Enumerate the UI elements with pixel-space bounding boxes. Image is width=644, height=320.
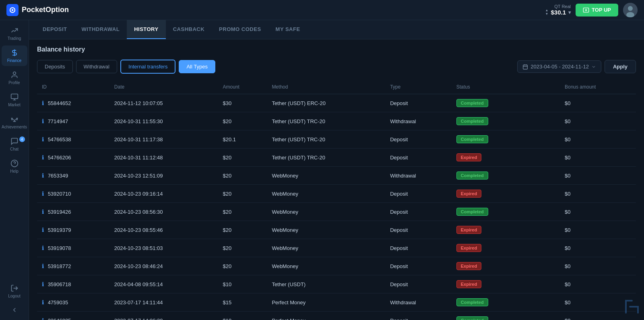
- sidebar-item-label: Help: [10, 169, 19, 173]
- row-bonus: $0: [560, 239, 636, 257]
- row-type: Withdrawal: [385, 167, 452, 185]
- chat-badge: 4: [19, 136, 25, 142]
- info-icon[interactable]: ℹ: [42, 190, 44, 197]
- info-icon[interactable]: ℹ: [42, 317, 44, 320]
- info-icon[interactable]: ℹ: [42, 209, 44, 215]
- sidebar-item-label: Market: [8, 103, 21, 107]
- row-date: 2024-11-12 10:07:05: [109, 94, 218, 112]
- row-type: Deposit: [385, 203, 452, 221]
- info-icon[interactable]: ℹ: [42, 136, 44, 142]
- row-amount: $15: [218, 293, 267, 312]
- row-date: 2024-10-23 08:51:03: [109, 239, 218, 257]
- status-badge: Completed: [456, 298, 488, 306]
- sidebar-item-profile[interactable]: Profile: [2, 68, 27, 88]
- row-amount: $20: [218, 257, 267, 275]
- row-type: Withdrawal: [385, 112, 452, 130]
- row-amount: $20: [218, 185, 267, 203]
- filter-all[interactable]: All Types: [179, 60, 215, 73]
- row-amount: $10: [218, 312, 267, 320]
- sidebar-collapse-arrow[interactable]: [2, 303, 27, 317]
- avatar[interactable]: [623, 3, 638, 17]
- row-bonus: $0: [560, 185, 636, 203]
- info-icon[interactable]: ℹ: [42, 118, 44, 124]
- tab-safe[interactable]: MY SAFE: [268, 20, 308, 39]
- status-badge: Completed: [456, 208, 488, 216]
- trophy-icon: [10, 115, 19, 123]
- help-icon: [10, 159, 19, 167]
- row-bonus: $0: [560, 221, 636, 239]
- info-icon[interactable]: ℹ: [42, 227, 44, 233]
- status-badge: Expired: [456, 244, 481, 252]
- table-row: ℹ 35906718 2024-04-08 09:55:14 $10 Tethe…: [37, 275, 636, 293]
- sidebar-item-finance[interactable]: Finance: [2, 45, 27, 66]
- tab-cashback[interactable]: CASHBACK: [166, 20, 212, 39]
- sidebar-item-label: Chat: [10, 147, 19, 151]
- row-amount: $20: [218, 112, 267, 130]
- col-bonus: Bonus amount: [560, 80, 636, 94]
- sidebar-item-label: Trading: [8, 36, 21, 41]
- history-table: ID Date Amount Method Type Status Bonus …: [37, 80, 636, 320]
- row-date: 2024-10-23 08:46:24: [109, 257, 218, 275]
- info-icon[interactable]: ℹ: [42, 100, 44, 106]
- sidebar-item-label: Profile: [8, 81, 20, 85]
- filter-internal[interactable]: Internal transfers: [120, 60, 176, 74]
- info-icon[interactable]: ℹ: [42, 245, 44, 251]
- tab-promo[interactable]: PROMO CODES: [212, 20, 268, 39]
- row-type: Deposit: [385, 312, 452, 320]
- top-up-button[interactable]: TOP UP: [576, 4, 618, 17]
- row-date: 2024-10-31 11:17:38: [109, 130, 218, 149]
- sidebar-item-help[interactable]: Help: [2, 156, 27, 177]
- tab-deposit[interactable]: DEPOSIT: [35, 20, 74, 39]
- row-method: Perfect Money: [267, 312, 385, 320]
- balance-arrows: ▲ ▼: [545, 9, 549, 16]
- row-method: Tether (USDT) ERC-20: [267, 94, 385, 112]
- balance-dropdown-icon[interactable]: ▾: [568, 10, 571, 15]
- row-date: 2023-07-17 14:06:30: [109, 312, 218, 320]
- row-type: Deposit: [385, 130, 452, 149]
- row-bonus: $0: [560, 257, 636, 275]
- row-id: 53920710: [48, 191, 71, 197]
- tab-history[interactable]: HISTORY: [127, 20, 166, 39]
- info-icon[interactable]: ℹ: [42, 263, 44, 269]
- main-layout: Trading Finance Profile Market: [0, 20, 644, 320]
- logo-text: PocketOption: [22, 6, 69, 14]
- date-range-picker[interactable]: 2023-04-05 - 2024-11-12: [517, 60, 601, 73]
- date-range-value: 2023-04-05 - 2024-11-12: [530, 64, 589, 70]
- info-icon[interactable]: ℹ: [42, 299, 44, 306]
- row-method: Tether (USDT): [267, 275, 385, 293]
- row-id: 54766206: [48, 155, 71, 161]
- page-content: Balance history Deposits Withdrawal Inte…: [29, 39, 644, 320]
- sidebar-item-achievements[interactable]: Achievements: [2, 112, 27, 132]
- tab-withdrawal[interactable]: WITHDRAWAL: [74, 20, 127, 39]
- info-icon[interactable]: ℹ: [42, 281, 44, 287]
- row-type: Deposit: [385, 149, 452, 167]
- table-row: ℹ 7714947 2024-10-31 11:55:30 $20 Tether…: [37, 112, 636, 130]
- filter-withdrawal[interactable]: Withdrawal: [76, 60, 117, 73]
- filter-deposits[interactable]: Deposits: [37, 60, 73, 73]
- sidebar-item-chat[interactable]: 4 Chat: [2, 134, 27, 155]
- row-id: 53919078: [48, 245, 71, 251]
- row-bonus: $0: [560, 167, 636, 185]
- table-row: ℹ 54766206 2024-10-31 11:12:48 $20 Tethe…: [37, 149, 636, 167]
- person-icon: [10, 71, 19, 79]
- svg-point-1: [12, 9, 14, 11]
- sidebar-item-logout[interactable]: Logout: [2, 281, 27, 301]
- dollar-icon: [10, 49, 19, 57]
- sidebar-item-market[interactable]: Market: [2, 90, 27, 110]
- apply-button[interactable]: Apply: [605, 60, 636, 73]
- col-date: Date: [109, 80, 218, 94]
- sidebar-item-trading[interactable]: Trading: [2, 23, 27, 44]
- row-date: 2023-07-17 14:11:44: [109, 293, 218, 312]
- row-method: WebMoney: [267, 167, 385, 185]
- calendar-icon: [522, 64, 528, 70]
- row-bonus: $0: [560, 130, 636, 149]
- sidebar-item-label: Logout: [8, 294, 21, 298]
- status-badge: Completed: [456, 171, 488, 180]
- filter-bar: Deposits Withdrawal Internal transfers A…: [37, 60, 636, 74]
- info-icon[interactable]: ℹ: [42, 154, 44, 161]
- page-title: Balance history: [37, 46, 636, 53]
- info-icon[interactable]: ℹ: [42, 172, 44, 179]
- row-type: Deposit: [385, 275, 452, 293]
- account-balance[interactable]: ▲ ▼ $30.1 ▾: [545, 9, 571, 16]
- status-badge: Completed: [456, 135, 488, 143]
